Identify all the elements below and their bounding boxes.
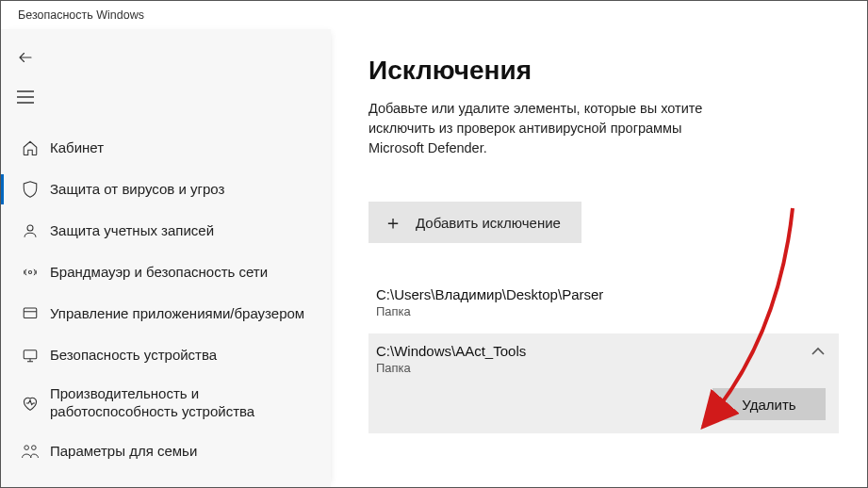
sidebar: Кабинет Защита от вирусов и угроз Защита… xyxy=(1,29,331,487)
sidebar-item-home[interactable]: Кабинет xyxy=(1,127,331,169)
sidebar-item-label: Параметры для семьи xyxy=(46,443,205,461)
sidebar-item-virus-threat[interactable]: Защита от вирусов и угроз xyxy=(1,169,331,210)
content-area: Исключения Добавьте или удалите элементы… xyxy=(331,29,867,487)
svg-rect-5 xyxy=(24,308,37,318)
menu-button[interactable] xyxy=(7,78,44,116)
page-title: Исключения xyxy=(368,56,839,86)
device-security-icon xyxy=(14,347,46,364)
hamburger-icon xyxy=(17,90,34,104)
family-icon xyxy=(14,443,46,460)
sidebar-item-account-protection[interactable]: Защита учетных записей xyxy=(1,210,331,252)
add-exclusion-label: Добавить исключение xyxy=(416,215,561,231)
sidebar-item-label: Безопасность устройства xyxy=(46,347,224,365)
sidebar-item-label: Производительность и работоспособность у… xyxy=(46,385,321,421)
svg-point-4 xyxy=(28,270,31,273)
sidebar-item-app-browser[interactable]: Управление приложениями/браузером xyxy=(1,293,331,334)
sidebar-item-label: Управление приложениями/браузером xyxy=(46,305,312,323)
arrow-left-icon xyxy=(17,49,34,66)
sidebar-item-label: Кабинет xyxy=(46,139,111,157)
home-icon xyxy=(14,139,46,156)
plus-icon: ＋ xyxy=(384,213,402,232)
exclusion-path: C:\Windows\AAct_Tools xyxy=(376,343,826,359)
window-body: Кабинет Защита от вирусов и угроз Защита… xyxy=(1,29,867,487)
sidebar-item-label: Защита учетных записей xyxy=(46,222,221,240)
svg-point-3 xyxy=(27,225,33,231)
person-icon xyxy=(14,222,46,239)
page-description: Добавьте или удалите элементы, которые в… xyxy=(368,99,727,158)
exclusion-kind: Папка xyxy=(376,361,826,375)
svg-point-11 xyxy=(32,446,37,450)
chevron-up-icon[interactable] xyxy=(811,347,826,356)
svg-point-10 xyxy=(25,446,29,450)
sidebar-item-label: Защита от вирусов и угроз xyxy=(46,181,232,199)
svg-rect-7 xyxy=(24,350,37,359)
app-browser-icon xyxy=(14,305,46,322)
sidebar-item-label: Брандмауэр и безопасность сети xyxy=(46,264,275,282)
firewall-icon xyxy=(14,265,46,280)
exclusion-kind: Папка xyxy=(376,304,826,318)
exclusion-item[interactable]: C:\Users\Владимир\Desktop\Parser Папка xyxy=(368,277,839,328)
exclusion-item-expanded[interactable]: C:\Windows\AAct_Tools Папка Удалить xyxy=(368,333,839,433)
health-icon xyxy=(14,395,46,412)
sidebar-nav: Кабинет Защита от вирусов и угроз Защита… xyxy=(1,127,331,472)
sidebar-item-device-health[interactable]: Производительность и работоспособность у… xyxy=(1,376,331,431)
shield-icon xyxy=(14,180,46,199)
window: Безопасность Windows xyxy=(0,0,868,488)
delete-button[interactable]: Удалить xyxy=(712,388,826,420)
sidebar-item-firewall[interactable]: Брандмауэр и безопасность сети xyxy=(1,252,331,293)
add-exclusion-button[interactable]: ＋ Добавить исключение xyxy=(368,202,581,243)
sidebar-item-family[interactable]: Параметры для семьи xyxy=(1,431,331,472)
titlebar: Безопасность Windows xyxy=(1,1,867,29)
back-button[interactable] xyxy=(7,39,44,76)
window-title: Безопасность Windows xyxy=(18,8,144,22)
sidebar-item-device-security[interactable]: Безопасность устройства xyxy=(1,334,331,376)
exclusion-path: C:\Users\Владимир\Desktop\Parser xyxy=(376,286,826,302)
